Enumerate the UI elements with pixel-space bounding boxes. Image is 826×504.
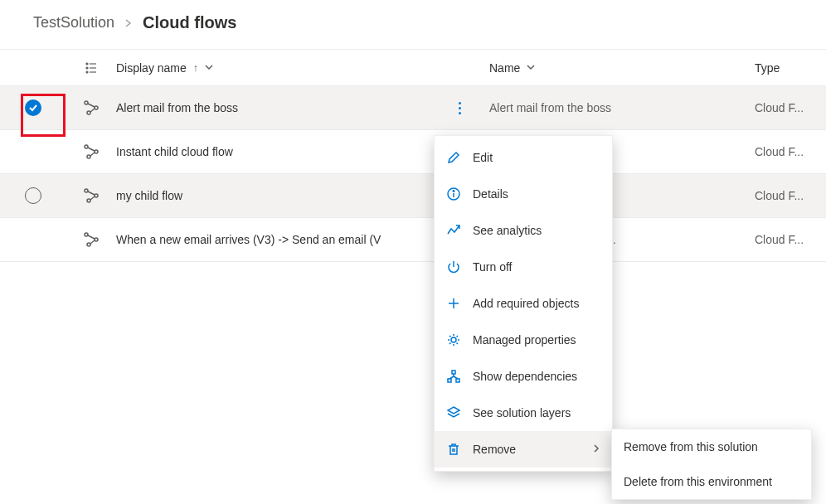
breadcrumb-current: Cloud flows	[143, 13, 236, 32]
flow-icon	[66, 99, 116, 116]
svg-rect-26	[456, 379, 459, 382]
svg-point-2	[86, 67, 88, 69]
column-header-display-name[interactable]: Display name ↑	[116, 61, 440, 75]
table-row[interactable]: Instant child cloud flow Cloud F...	[0, 130, 826, 174]
row-display-name[interactable]: When a new email arrives (V3) -> Send an…	[116, 233, 440, 246]
chevron-right-icon	[592, 443, 600, 455]
svg-point-13	[95, 194, 98, 197]
breadcrumb: TestSolution Cloud flows	[0, 0, 826, 49]
svg-marker-27	[448, 407, 459, 414]
trash-icon	[446, 442, 461, 457]
table-row[interactable]: my child flow Cloud F...	[0, 174, 826, 218]
flow-icon	[66, 143, 116, 160]
row-type: Cloud F...	[755, 233, 826, 246]
row-display-name[interactable]: my child flow	[116, 189, 440, 202]
plus-icon	[446, 296, 461, 311]
svg-point-7	[95, 106, 98, 109]
sort-ascending-icon: ↑	[193, 62, 198, 74]
svg-point-6	[85, 101, 88, 104]
row-checkbox[interactable]	[25, 187, 41, 204]
row-actions-button[interactable]	[451, 98, 468, 118]
submenu-remove-from-solution[interactable]: Remove from this solution	[612, 429, 811, 464]
column-header-type[interactable]: Type	[755, 61, 826, 75]
table-header-row: Display name ↑ Name Type	[0, 50, 826, 86]
submenu-delete-from-environment[interactable]: Delete from this environment	[612, 464, 811, 499]
menu-item-remove[interactable]: Remove	[435, 431, 612, 468]
power-icon	[446, 259, 461, 274]
svg-rect-24	[452, 371, 455, 374]
flows-table: Display name ↑ Name Type	[0, 49, 826, 262]
menu-item-see-solution-layers[interactable]: See solution layers	[435, 395, 612, 431]
pencil-icon	[446, 150, 461, 165]
remove-submenu: Remove from this solution Delete from th…	[611, 429, 812, 500]
chevron-right-icon	[124, 17, 133, 30]
gear-icon	[446, 332, 461, 347]
row-type: Cloud F...	[755, 189, 826, 202]
svg-point-20	[453, 191, 454, 192]
menu-item-edit[interactable]: Edit	[435, 139, 612, 176]
analytics-icon	[446, 223, 461, 238]
menu-item-see-analytics[interactable]: See analytics	[435, 212, 612, 249]
row-type: Cloud F...	[755, 101, 826, 114]
chevron-down-icon[interactable]	[527, 62, 535, 74]
svg-point-23	[451, 337, 456, 342]
menu-item-managed-properties[interactable]: Managed properties	[435, 322, 612, 358]
row-display-name[interactable]: Alert mail from the boss	[116, 101, 440, 114]
menu-item-show-dependencies[interactable]: Show dependencies	[435, 358, 612, 395]
menu-item-details[interactable]: Details	[435, 176, 612, 212]
svg-point-4	[86, 71, 88, 73]
list-view-icon[interactable]	[66, 61, 116, 75]
svg-point-8	[87, 111, 90, 114]
layers-icon	[446, 405, 461, 420]
table-row[interactable]: Alert mail from the boss Alert mail from…	[0, 86, 826, 130]
row-context-menu: Edit Details See analytics Turn off Add …	[434, 135, 613, 472]
svg-point-14	[87, 199, 90, 202]
svg-point-17	[87, 243, 90, 246]
row-checkbox-checked[interactable]	[25, 99, 41, 116]
svg-point-15	[85, 233, 88, 236]
svg-point-12	[85, 189, 88, 192]
breadcrumb-parent[interactable]: TestSolution	[33, 14, 114, 32]
svg-point-16	[95, 238, 98, 241]
chevron-down-icon[interactable]	[205, 62, 213, 74]
svg-point-0	[86, 63, 88, 65]
flow-icon	[66, 231, 116, 248]
dependency-icon	[446, 369, 461, 384]
svg-point-11	[87, 155, 90, 158]
table-row[interactable]: When a new email arrives (V3) -> Send an…	[0, 218, 826, 262]
column-header-name[interactable]: Name	[489, 61, 755, 75]
row-type: Cloud F...	[755, 145, 826, 158]
info-icon	[446, 187, 461, 201]
flow-icon	[66, 187, 116, 204]
svg-point-9	[85, 145, 88, 148]
row-name: Alert mail from the boss	[489, 101, 755, 114]
menu-item-turn-off[interactable]: Turn off	[435, 249, 612, 285]
svg-point-10	[95, 150, 98, 153]
svg-rect-25	[448, 379, 451, 382]
row-display-name[interactable]: Instant child cloud flow	[116, 145, 440, 158]
menu-item-add-required-objects[interactable]: Add required objects	[435, 285, 612, 322]
